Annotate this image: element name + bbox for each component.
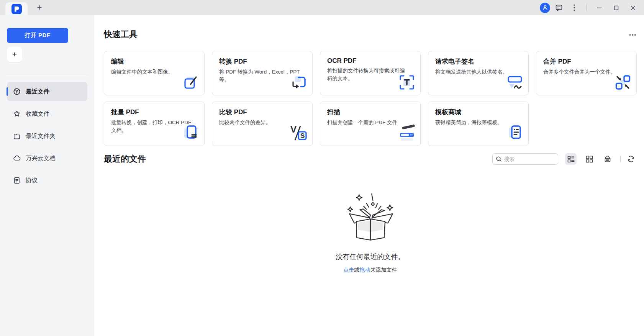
- card-title: 编辑: [111, 57, 197, 66]
- list-view-icon: [567, 156, 575, 163]
- feedback-icon: [555, 4, 563, 11]
- hint-text: 或: [354, 267, 360, 273]
- sidebar-item-cloud-docs[interactable]: 万兴云文档: [7, 149, 87, 168]
- menu-button[interactable]: [568, 2, 581, 13]
- quick-tools-more-button[interactable]: •••: [629, 32, 637, 38]
- search-icon: [496, 156, 502, 162]
- click-to-add-link[interactable]: 点击: [344, 267, 354, 273]
- person-icon: [542, 5, 548, 11]
- clear-list-button[interactable]: [602, 153, 613, 165]
- minimize-button[interactable]: [592, 2, 606, 13]
- toolbar-divider: [620, 156, 621, 162]
- recent-files-title: 最近的文件: [104, 153, 146, 165]
- close-icon: [631, 5, 636, 10]
- merge-icon: [614, 74, 632, 91]
- new-tab-button[interactable]: +: [34, 2, 45, 13]
- app-tab[interactable]: [5, 2, 28, 15]
- sidebar-item-recent-files[interactable]: 最近文件: [7, 82, 87, 101]
- maximize-button[interactable]: [609, 2, 623, 13]
- svg-text:V: V: [290, 124, 297, 134]
- pdfelement-logo-icon: [11, 4, 22, 14]
- grid-view-icon: [586, 156, 593, 163]
- recent-empty-state: 没有任何最近的文件。 点击或拖动来添加文件: [104, 192, 637, 274]
- folder-icon: [13, 132, 21, 140]
- sidebar-item-favorites[interactable]: 收藏文件: [7, 104, 87, 123]
- ocr-icon: [398, 74, 416, 91]
- clock-icon: [13, 88, 21, 95]
- broom-icon: [604, 155, 611, 163]
- empty-state-hint: 点击或拖动来添加文件: [344, 267, 397, 274]
- batch-icon: [182, 124, 200, 142]
- recent-toolbar: [492, 153, 637, 165]
- quick-tool-card-scan[interactable]: 扫描 扫描并创建一个新的 PDF 文件: [320, 102, 421, 146]
- main-content: 快速工具 ••• 编辑 编辑文件中的文本和图像。 转换 PDF 将 PDF 转换…: [94, 15, 644, 336]
- sidebar-item-label: 最近文件夹: [26, 132, 56, 140]
- empty-state-message: 没有任何最近的文件。: [336, 252, 405, 261]
- sidebar-item-label: 收藏文件: [26, 110, 49, 118]
- cloud-icon: [13, 154, 21, 162]
- open-pdf-button[interactable]: 打开 PDF: [7, 28, 68, 43]
- refresh-icon: [627, 155, 635, 163]
- quick-tool-card-esign[interactable]: 请求电子签名 将文档发送给其他人以供签名。: [428, 51, 529, 95]
- maximize-icon: [614, 5, 619, 10]
- card-title: OCR PDF: [327, 57, 413, 65]
- agreement-icon: [13, 177, 21, 184]
- sidebar-item-label: 最近文件: [26, 88, 49, 96]
- template-icon: [506, 124, 524, 142]
- card-title: 批量 PDF: [111, 108, 197, 116]
- card-title: 扫描: [327, 108, 413, 116]
- drag-to-add-link[interactable]: 拖动: [360, 267, 370, 273]
- search-box[interactable]: [492, 153, 558, 165]
- sidebar: 打开 PDF + 最近文件 收藏文件 最近文件夹 万兴云文档: [0, 15, 94, 336]
- compare-icon: VS: [290, 124, 308, 142]
- card-title: 转换 PDF: [219, 57, 305, 66]
- quick-tool-card-compare[interactable]: 比较 PDF 比较两个文件的差异。 VS: [212, 102, 313, 146]
- sidebar-item-label: 万兴云文档: [26, 154, 56, 162]
- search-input[interactable]: [504, 156, 550, 162]
- quick-tool-card-template-store[interactable]: 模板商城 获得精美简历，海报等模板。: [428, 102, 529, 146]
- titlebar-divider: [586, 4, 587, 11]
- grid-view-button[interactable]: [583, 153, 595, 165]
- quick-tool-card-edit[interactable]: 编辑 编辑文件中的文本和图像。: [104, 51, 205, 95]
- create-pdf-button[interactable]: +: [7, 47, 22, 62]
- card-title: 模板商城: [435, 108, 521, 116]
- sidebar-item-agreements[interactable]: 协议: [7, 171, 87, 190]
- quick-tool-card-ocr[interactable]: OCR PDF 将扫描的文件转换为可搜索或可编辑的文本。: [320, 51, 421, 95]
- edit-icon: [182, 74, 200, 91]
- user-avatar[interactable]: [540, 3, 550, 13]
- refresh-button[interactable]: [625, 153, 637, 165]
- esign-icon: [506, 74, 524, 91]
- empty-box-illustration: [342, 192, 399, 243]
- card-title: 比较 PDF: [219, 108, 305, 116]
- card-title: 合并 PDF: [543, 57, 629, 66]
- close-button[interactable]: [626, 2, 640, 13]
- card-title: 请求电子签名: [435, 57, 521, 66]
- list-view-button[interactable]: [565, 153, 577, 165]
- minimize-icon: [597, 5, 602, 10]
- star-icon: [13, 110, 21, 118]
- sidebar-item-label: 协议: [26, 177, 38, 185]
- titlebar: +: [0, 0, 644, 15]
- convert-icon: [290, 74, 308, 91]
- sidebar-item-recent-folders[interactable]: 最近文件夹: [7, 126, 87, 146]
- quick-tools-grid: 编辑 编辑文件中的文本和图像。 转换 PDF 将 PDF 转换为 Word，Ex…: [104, 51, 637, 146]
- quick-tool-card-convert[interactable]: 转换 PDF 将 PDF 转换为 Word，Excel，PPT等。: [212, 51, 313, 95]
- hint-text: 来添加文件: [370, 267, 397, 273]
- feedback-button[interactable]: [552, 2, 565, 13]
- quick-tool-card-merge[interactable]: 合并 PDF 合并多个文件合并为一个文件。: [536, 51, 637, 95]
- quick-tools-title: 快速工具: [104, 29, 138, 40]
- svg-text:S: S: [300, 132, 305, 139]
- quick-tool-card-batch[interactable]: 批量 PDF 批量转换，创建，打印，OCR PDF 文档。: [104, 102, 205, 146]
- kebab-menu-icon: [574, 4, 575, 11]
- sidebar-divider: [6, 75, 88, 75]
- scan-icon: [398, 124, 416, 142]
